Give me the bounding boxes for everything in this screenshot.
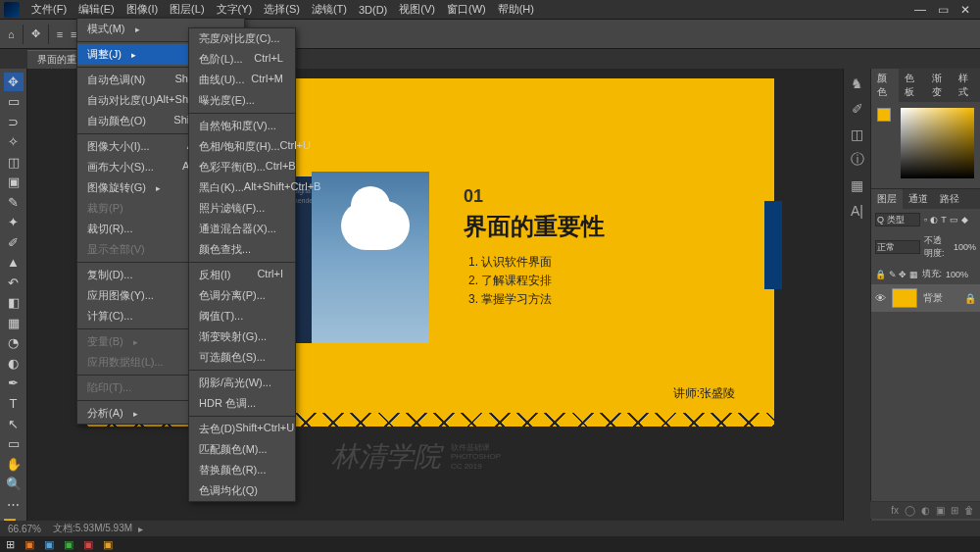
brush-tool[interactable]: ✐ <box>4 233 24 252</box>
blend-mode-select[interactable] <box>875 240 920 254</box>
eyedropper-tool[interactable]: ✎ <box>4 193 24 212</box>
start-icon[interactable]: ⊞ <box>6 538 15 551</box>
hand-tool[interactable]: ✋ <box>4 455 24 474</box>
menu-edit[interactable]: 编辑(E) <box>73 0 121 19</box>
menu-item[interactable]: 去色(D)Shift+Ctrl+U <box>189 419 295 439</box>
layer-thumbnail[interactable] <box>892 288 917 308</box>
adjust-icon[interactable]: ◐ <box>921 505 930 516</box>
menu-item[interactable]: 色相/饱和度(H)...Ctrl+U <box>189 136 295 157</box>
brush-settings-icon[interactable]: ✐ <box>849 100 866 118</box>
menu-view[interactable]: 视图(V) <box>393 0 441 19</box>
gradient-tool[interactable]: ▦ <box>4 314 24 332</box>
taskbar-app-icon[interactable]: ▣ <box>103 538 113 551</box>
history-icon[interactable]: ♞ <box>849 75 866 92</box>
menu-item[interactable]: 可选颜色(S)... <box>189 347 295 368</box>
menu-item[interactable]: 黑白(K)...Alt+Shift+Ctrl+B <box>189 177 295 198</box>
close-icon[interactable]: ✕ <box>960 3 970 17</box>
color-picker[interactable] <box>901 108 974 178</box>
type-panel-icon[interactable]: A| <box>849 202 866 220</box>
type-tool[interactable]: T <box>4 394 24 413</box>
layer-name[interactable]: 背景 <box>923 291 943 305</box>
taskbar-app-icon[interactable]: ▣ <box>64 538 74 551</box>
info-icon[interactable]: ⓘ <box>849 151 866 169</box>
menu-item[interactable]: 色彩平衡(B)...Ctrl+B <box>189 157 295 177</box>
menu-item[interactable]: HDR 色调... <box>189 393 295 414</box>
menu-item[interactable]: 色调均化(Q) <box>189 480 295 501</box>
eraser-tool[interactable]: ◧ <box>4 294 24 313</box>
menu-item[interactable]: 渐变映射(G)... <box>189 326 295 347</box>
menu-item[interactable]: 色阶(L)...Ctrl+L <box>189 49 295 70</box>
taskbar-app-icon[interactable]: ▣ <box>44 538 54 551</box>
menu-type[interactable]: 文字(Y) <box>211 0 259 19</box>
menu-item[interactable]: 阴影/高光(W)... <box>189 373 295 393</box>
fx-icon[interactable]: fx <box>891 505 899 516</box>
more-tools-icon[interactable]: ⋯ <box>4 495 24 514</box>
crop-tool[interactable]: ◫ <box>4 153 24 172</box>
menu-item[interactable]: 反相(I)Ctrl+I <box>189 265 295 285</box>
move-tool[interactable]: ✥ <box>4 73 24 91</box>
newlayer-icon[interactable]: ⊞ <box>951 505 958 516</box>
heal-tool[interactable]: ✦ <box>4 214 24 232</box>
minimize-icon[interactable]: — <box>914 3 926 17</box>
clone-icon[interactable]: ◫ <box>849 125 866 143</box>
tab-swatches[interactable]: 色板 <box>899 69 926 102</box>
status-arrow-icon[interactable]: ▸ <box>138 524 143 534</box>
move-tool-icon[interactable]: ✥ <box>31 27 40 40</box>
marquee-tool[interactable]: ▭ <box>4 93 24 112</box>
tab-paths[interactable]: 路径 <box>934 189 965 209</box>
layer-row[interactable]: 👁 背景 🔒 <box>871 284 980 312</box>
taskbar-app-icon[interactable]: ▣ <box>24 538 34 551</box>
menu-item[interactable]: 自然饱和度(V)... <box>189 116 295 136</box>
lock-icons[interactable]: 🔒 ✎ ✥ ▦ <box>875 270 918 279</box>
swatches-icon[interactable]: ▦ <box>849 176 866 194</box>
menu-file[interactable]: 文件(F) <box>25 0 73 19</box>
menu-item[interactable]: 曲线(U)...Ctrl+M <box>189 70 295 90</box>
tab-color[interactable]: 颜色 <box>871 69 899 102</box>
layer-kind-select[interactable] <box>875 213 920 226</box>
menu-window[interactable]: 窗口(W) <box>441 0 492 19</box>
menu-3d[interactable]: 3D(D) <box>353 2 393 18</box>
menu-item[interactable]: 照片滤镜(F)... <box>189 198 295 219</box>
tab-styles[interactable]: 样式 <box>953 69 980 102</box>
menu-item[interactable]: 通道混合器(X)... <box>189 219 295 239</box>
fill-value[interactable]: 100% <box>946 270 968 279</box>
menu-item[interactable]: 色调分离(P)... <box>189 285 295 306</box>
maximize-icon[interactable]: ▭ <box>938 3 949 17</box>
tab-channels[interactable]: 通道 <box>903 189 934 209</box>
stamp-tool[interactable]: ▲ <box>4 254 24 273</box>
path-tool[interactable]: ↖ <box>4 415 24 433</box>
wand-tool[interactable]: ✧ <box>4 133 24 152</box>
mask-icon[interactable]: ◯ <box>905 505 915 516</box>
trash-icon[interactable]: 🗑 <box>964 505 974 516</box>
menu-item[interactable]: 颜色查找... <box>189 239 295 260</box>
lock-icon[interactable]: 🔒 <box>964 293 976 304</box>
blur-tool[interactable]: ◔ <box>4 334 24 353</box>
tab-layers[interactable]: 图层 <box>871 189 903 209</box>
lasso-tool[interactable]: ⊃ <box>4 113 24 131</box>
opacity-value[interactable]: 100% <box>954 242 976 252</box>
home-icon[interactable]: ⌂ <box>8 28 15 40</box>
filter-icons[interactable]: ▫◐T▭◆ <box>924 215 971 225</box>
menu-help[interactable]: 帮助(H) <box>492 0 540 19</box>
dodge-tool[interactable]: ◐ <box>4 354 24 373</box>
taskbar-app-icon[interactable]: ▣ <box>83 538 93 551</box>
align-left-icon[interactable]: ≡ <box>57 28 63 40</box>
menu-item[interactable]: 亮度/对比度(C)... <box>189 28 295 49</box>
foreground-swatch[interactable] <box>877 108 891 122</box>
tab-gradients[interactable]: 渐变 <box>926 69 954 102</box>
menu-layer[interactable]: 图层(L) <box>164 0 210 19</box>
menu-item[interactable]: 替换颜色(R)... <box>189 460 295 480</box>
menu-filter[interactable]: 滤镜(T) <box>306 0 353 19</box>
visibility-icon[interactable]: 👁 <box>875 292 886 304</box>
pen-tool[interactable]: ✒ <box>4 375 24 393</box>
menu-select[interactable]: 选择(S) <box>258 0 306 19</box>
zoom-level[interactable]: 66.67% <box>8 524 41 534</box>
menu-item[interactable]: 阈值(T)... <box>189 306 295 326</box>
shape-tool[interactable]: ▭ <box>4 434 24 453</box>
frame-tool[interactable]: ▣ <box>4 174 24 192</box>
menu-item[interactable]: 曝光度(E)... <box>189 90 295 111</box>
menu-item[interactable]: 匹配颜色(M)... <box>189 439 295 460</box>
folder-icon[interactable]: ▣ <box>936 505 945 516</box>
history-brush-tool[interactable]: ↶ <box>4 274 24 292</box>
menu-image[interactable]: 图像(I) <box>121 0 164 19</box>
